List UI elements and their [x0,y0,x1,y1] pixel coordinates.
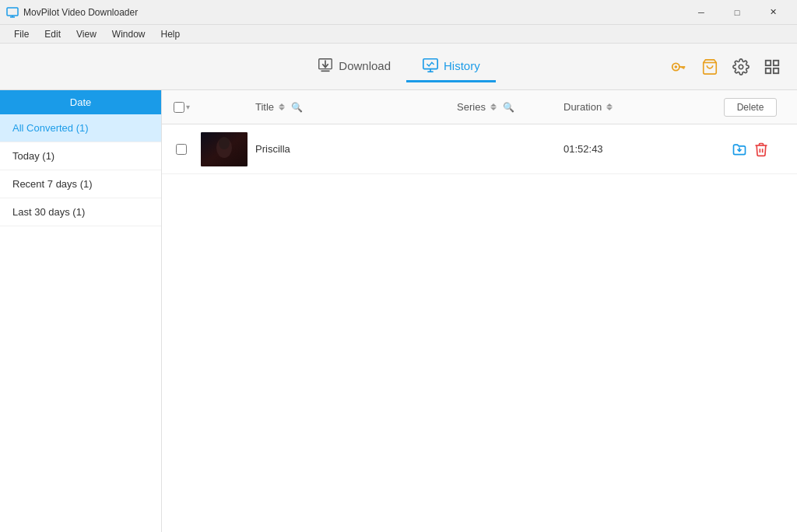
header-dropdown-arrow[interactable]: ▾ [186,103,190,111]
key-icon [670,58,687,75]
series-column-label: Series [457,101,486,113]
menu-window[interactable]: Window [104,27,153,41]
row-check-cell [162,144,201,155]
app-title: MovPilot Video Downloader [23,7,138,18]
series-sort-up [490,103,497,107]
col-check-header: ▾ [162,102,201,113]
maximize-button[interactable]: □ [719,0,755,25]
svg-rect-19 [774,68,778,72]
row-title: Priscilla [255,143,290,155]
download-tab[interactable]: Download [301,51,406,82]
row-thumbnail [201,132,248,166]
menu-view[interactable]: View [68,27,104,41]
delete-button[interactable]: Delete [724,98,778,117]
app-icon [6,6,19,19]
sidebar-item-all-converted[interactable]: All Converted (1) [0,114,161,142]
history-monitor-icon [422,57,439,74]
row-actions-cell [704,142,797,157]
thumbnail-svg [201,132,248,166]
svg-rect-18 [766,68,771,72]
grid-button[interactable] [760,54,785,79]
key-button[interactable] [666,54,691,79]
duration-sort[interactable] [606,103,613,110]
svg-point-13 [675,65,678,68]
series-sort-down [490,107,497,110]
download-label: Download [339,59,391,72]
open-folder-icon[interactable] [732,142,747,157]
thumbnail-image [201,132,248,166]
grid-icon [764,58,781,75]
sidebar-recent7-label: Recent 7 days (1) [12,178,93,190]
svg-point-23 [219,137,230,149]
content-area: ▾ Title 🔍 Series 🔍 Duration [162,90,797,532]
close-button[interactable]: ✕ [755,0,791,25]
history-tab[interactable]: History [406,51,496,82]
toolbar-right [666,54,785,79]
menu-file[interactable]: File [6,27,37,41]
select-all-checkbox[interactable] [174,102,184,113]
sidebar-today-label: Today (1) [12,150,54,162]
title-search-icon[interactable]: 🔍 [291,102,303,113]
title-sort[interactable] [279,103,285,110]
download-icon [317,57,334,74]
sidebar-last30-label: Last 30 days (1) [12,206,85,218]
row-duration-cell: 01:52:43 [564,143,704,155]
cart-button[interactable] [697,54,722,79]
row-duration: 01:52:43 [564,143,603,155]
history-label: History [444,59,480,72]
sidebar-item-last-30[interactable]: Last 30 days (1) [0,198,161,226]
settings-button[interactable] [729,54,753,79]
main-layout: Date All Converted (1) Today (1) Recent … [0,90,797,532]
table-header: ▾ Title 🔍 Series 🔍 Duration [162,90,797,124]
sidebar-item-recent-7[interactable]: Recent 7 days (1) [0,170,161,198]
col-series-header: Series 🔍 [408,101,564,113]
title-bar-left: MovPilot Video Downloader [6,6,138,19]
series-search-icon[interactable]: 🔍 [503,102,514,113]
menu-edit[interactable]: Edit [37,27,68,41]
toolbar: Download History [0,44,797,90]
duration-column-label: Duration [564,101,602,113]
col-title-header: Title 🔍 [201,101,408,113]
settings-icon [732,58,750,75]
delete-row-icon[interactable] [753,142,769,157]
sidebar-date-header: Date [0,90,161,114]
title-sort-down [279,107,285,110]
title-bar-controls: ─ □ ✕ [683,0,791,25]
title-sort-up [279,103,285,107]
sidebar-item-today[interactable]: Today (1) [0,142,161,170]
title-column-label: Title [255,101,274,113]
svg-rect-17 [774,60,778,65]
duration-sort-up [606,103,613,107]
svg-rect-16 [766,60,771,65]
series-sort[interactable] [490,103,497,110]
title-bar: MovPilot Video Downloader ─ □ ✕ [0,0,797,25]
sidebar: Date All Converted (1) Today (1) Recent … [0,90,162,532]
row-title-cell: Priscilla [248,143,408,155]
col-duration-header: Duration [564,101,704,113]
toolbar-center: Download History [301,51,495,82]
svg-point-15 [739,65,743,69]
duration-sort-down [606,107,613,110]
menu-bar: File Edit View Window Help [0,25,797,44]
col-actions-header: Delete [704,98,797,117]
minimize-button[interactable]: ─ [683,0,719,25]
menu-help[interactable]: Help [153,27,188,41]
sidebar-all-converted-label: All Converted (1) [12,122,89,134]
table-row: Priscilla 01:52:43 [162,124,797,174]
svg-rect-0 [7,8,18,16]
cart-icon [701,58,718,75]
row-checkbox[interactable] [176,144,187,155]
